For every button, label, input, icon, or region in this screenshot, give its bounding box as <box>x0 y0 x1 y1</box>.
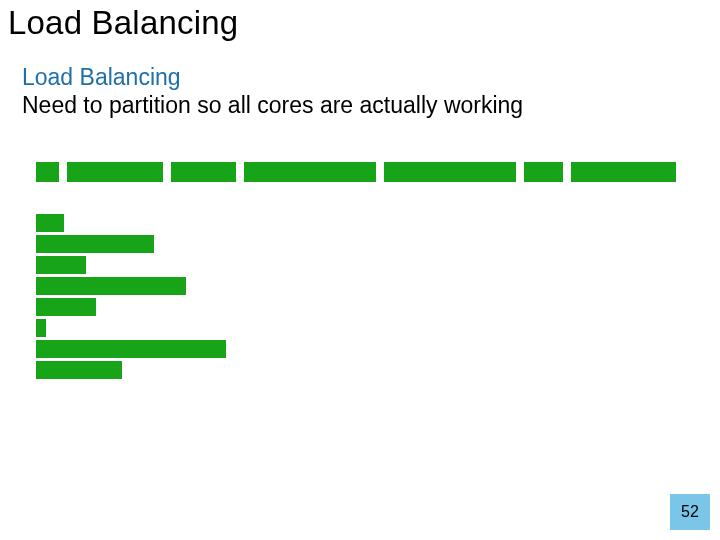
stack-bar <box>36 319 46 337</box>
slide-description: Need to partition so all cores are actua… <box>22 92 542 118</box>
stack-bar <box>36 214 64 232</box>
slide-body: Load Balancing Need to partition so all … <box>22 65 682 119</box>
page-number-badge: 52 <box>670 494 710 530</box>
stack-bar <box>36 298 96 316</box>
top-bar-segment <box>384 162 516 182</box>
slide: Load Balancing Load Balancing Need to pa… <box>0 0 720 540</box>
page-number: 52 <box>681 503 699 521</box>
top-bar-segment <box>67 162 163 182</box>
stack-bar <box>36 340 226 358</box>
top-bars <box>36 162 676 182</box>
stack-bar <box>36 235 154 253</box>
top-bar-row <box>36 162 676 182</box>
stacked-bars <box>36 214 226 379</box>
top-bar-segment <box>171 162 236 182</box>
slide-title: Load Balancing <box>8 4 238 42</box>
top-bar-segment <box>571 162 676 182</box>
top-bar-segment <box>524 162 562 182</box>
slide-subtitle: Load Balancing <box>22 65 682 90</box>
top-bar-segment <box>36 162 59 182</box>
stack-bar <box>36 277 186 295</box>
top-bar-segment <box>244 162 376 182</box>
stack-bar <box>36 361 122 379</box>
stack-bar <box>36 256 86 274</box>
